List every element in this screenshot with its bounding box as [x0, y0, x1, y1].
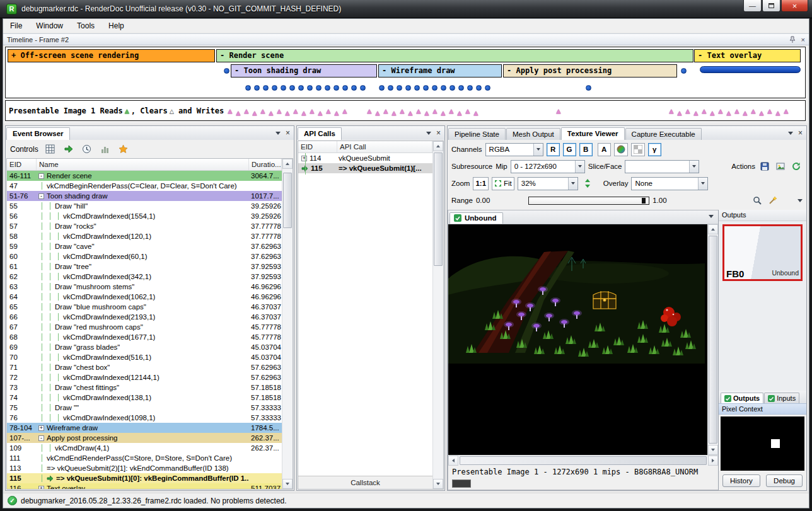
- bookmark-icon[interactable]: [117, 143, 130, 156]
- channel-red-button[interactable]: R: [547, 143, 560, 156]
- scroll-track[interactable]: [282, 169, 293, 479]
- expander-expand[interactable]: +: [38, 486, 44, 490]
- draw-event-dot[interactable]: [281, 85, 286, 91]
- timeline-bar-wireframe[interactable]: - Wireframe draw: [378, 64, 502, 78]
- col-name[interactable]: Name: [37, 159, 249, 170]
- draw-event-dot[interactable]: [307, 85, 313, 91]
- col-api-eid[interactable]: EID: [298, 141, 337, 152]
- debug-button[interactable]: Debug: [766, 474, 803, 487]
- event-row[interactable]: 47vkCmdBeginRenderPass(C=Clear, D=Clear,…: [7, 181, 282, 191]
- maximize-button[interactable]: [762, 0, 780, 12]
- overlay-select[interactable]: None: [631, 177, 708, 190]
- timeline-text-overlay-range[interactable]: [700, 66, 801, 73]
- range-min-value[interactable]: 0.00: [476, 197, 490, 204]
- draw-event-dot[interactable]: [272, 85, 277, 91]
- event-row[interactable]: 55Draw "hill"39.25926: [7, 201, 282, 211]
- time-durations-icon[interactable]: [81, 143, 93, 156]
- event-row[interactable]: 113=> vkQueueSubmit(2)[1]: vkEndCommandB…: [7, 463, 282, 473]
- texture-image[interactable]: [448, 224, 705, 364]
- fit-height-icon[interactable]: [581, 177, 594, 190]
- draw-event-dot[interactable]: [325, 85, 330, 91]
- event-row[interactable]: 107-...-Apply post processing262.37...: [7, 433, 282, 443]
- event-browser-scrollbar[interactable]: [282, 159, 293, 489]
- event-row[interactable]: 70vkCmdDrawIndexed(516,1)45.03704: [7, 352, 282, 362]
- event-row[interactable]: 73Draw "chest fittings"57.18518: [7, 382, 282, 393]
- panel-menu-caret-icon[interactable]: [426, 132, 431, 135]
- draw-event-dot[interactable]: [467, 85, 473, 91]
- zoom-fit-button[interactable]: Fit: [492, 177, 514, 190]
- texture-viewer-close-icon[interactable]: ×: [798, 129, 803, 137]
- draw-event-dot[interactable]: [379, 85, 385, 91]
- scroll-thumb[interactable]: [434, 152, 443, 266]
- draw-event-dot[interactable]: [316, 85, 322, 91]
- zoom-1to1-button[interactable]: 1:1: [473, 177, 489, 190]
- scroll-right-button[interactable]: [708, 456, 718, 466]
- draw-event-dot[interactable]: [450, 85, 455, 91]
- scroll-down-button[interactable]: [282, 479, 293, 489]
- draw-event-dot[interactable]: [397, 85, 402, 91]
- col-api-call[interactable]: API Call: [337, 141, 432, 152]
- picture-icon[interactable]: [774, 160, 787, 173]
- event-row[interactable]: 64vkCmdDrawIndexed(1062,1)46.96296: [7, 292, 282, 302]
- browse-grid-icon[interactable]: [44, 143, 57, 156]
- pin-icon[interactable]: [789, 36, 796, 43]
- draw-event-dot[interactable]: [423, 85, 429, 91]
- event-browser-close-icon[interactable]: ×: [286, 129, 290, 137]
- panel-menu-caret-icon[interactable]: [788, 132, 793, 135]
- event-row[interactable]: 61Draw "tree"37.92593: [7, 261, 282, 272]
- draw-event-dot[interactable]: [476, 85, 482, 91]
- event-row[interactable]: 58vkCmdDrawIndexed(120,1)37.77778: [7, 231, 282, 241]
- expander-collapse[interactable]: -: [38, 173, 44, 179]
- menu-item-help[interactable]: Help: [102, 19, 131, 33]
- scroll-track[interactable]: [708, 234, 718, 445]
- tab-mesh-output[interactable]: Mesh Output: [506, 128, 560, 140]
- event-row[interactable]: 57Draw "rocks"37.77778: [7, 221, 282, 231]
- sliceface-select[interactable]: [625, 160, 699, 173]
- range-slider[interactable]: [528, 197, 649, 205]
- draw-event-dot[interactable]: [681, 68, 687, 74]
- event-row[interactable]: 60vkCmdDrawIndexed(60,1)37.62963: [7, 251, 282, 261]
- event-row[interactable]: 71Draw "chest box"57.62963: [7, 362, 282, 372]
- history-button[interactable]: History: [722, 474, 760, 487]
- gamma-button[interactable]: γ: [648, 143, 661, 156]
- event-row[interactable]: 76vkCmdDrawIndexed(1098,1)57.33333: [7, 413, 282, 423]
- event-row[interactable]: 67Draw "red mushroom caps"45.77778: [7, 322, 282, 332]
- checkerboard-button[interactable]: [631, 143, 645, 156]
- menu-item-tools[interactable]: Tools: [70, 19, 102, 33]
- tab-outputs[interactable]: Outputs: [721, 393, 763, 403]
- timeline-bar-offscreen[interactable]: + Off-screen scene rendering: [8, 49, 215, 62]
- event-row[interactable]: 109vkCmdDraw(4,1)262.37...: [7, 443, 282, 453]
- texture-viewport[interactable]: [448, 224, 707, 455]
- colorwheel-button[interactable]: [614, 143, 628, 156]
- menu-item-window[interactable]: Window: [29, 19, 70, 33]
- viewport-vscrollbar[interactable]: [707, 224, 718, 455]
- scroll-down-button[interactable]: [708, 445, 718, 455]
- range-max-value[interactable]: 1.00: [652, 197, 666, 204]
- event-row[interactable]: 56vkCmdDrawIndexed(1554,1)39.25926: [7, 211, 282, 221]
- draw-event-dot[interactable]: [289, 85, 295, 91]
- scroll-left-button[interactable]: [448, 456, 458, 466]
- api-calls-close-icon[interactable]: ×: [436, 129, 441, 137]
- scroll-track[interactable]: [433, 151, 443, 479]
- close-button[interactable]: ×: [781, 0, 808, 12]
- scroll-thumb[interactable]: [283, 173, 292, 228]
- draw-event-dot[interactable]: [245, 85, 251, 91]
- timeline-close-icon[interactable]: ×: [801, 36, 805, 43]
- event-row[interactable]: 65Draw "blue mushroom caps"46.37037: [7, 302, 282, 312]
- goto-eid-icon[interactable]: [62, 143, 75, 156]
- timeline-dot-render-begin[interactable]: [224, 68, 229, 74]
- save-icon[interactable]: [758, 160, 771, 173]
- tab-api-calls[interactable]: API Calls: [298, 127, 342, 140]
- fb0-thumbnail[interactable]: FB0 Unbound: [722, 224, 803, 281]
- event-row[interactable]: 74vkCmdDrawIndexed(138,1)57.18518: [7, 393, 282, 403]
- timeline-bar-render-scene[interactable]: - Render scene: [216, 49, 693, 62]
- event-row[interactable]: 66vkCmdDrawIndexed(2193,1)46.37037: [7, 312, 282, 322]
- timeline-titlebar[interactable]: Timeline - Frame #2 ×: [3, 33, 809, 45]
- api-calls-scrollbar[interactable]: [432, 141, 443, 489]
- draw-event-dot[interactable]: [414, 85, 420, 91]
- pixel-context-preview[interactable]: [721, 416, 804, 471]
- channel-alpha-button[interactable]: A: [598, 143, 611, 156]
- scroll-thumb[interactable]: [460, 456, 707, 465]
- draw-event-dot[interactable]: [388, 85, 393, 91]
- event-row[interactable]: 78-104+Wireframe draw1784.5...: [7, 423, 282, 433]
